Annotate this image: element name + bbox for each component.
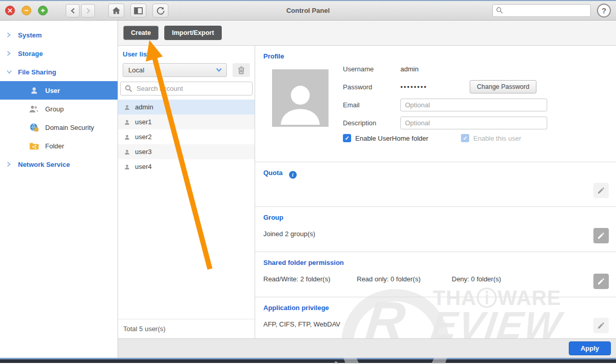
edit-quota-button[interactable] [593, 183, 609, 198]
help-icon[interactable]: ? [597, 4, 611, 17]
dropdown-selected-value: Local [128, 66, 144, 74]
enable-user-checkbox-disabled: ✓ Enable this user [461, 134, 521, 142]
avatar [272, 69, 329, 127]
description-field[interactable] [400, 117, 547, 129]
enable-user-label: Enable this user [473, 135, 521, 142]
password-label: Password [343, 83, 400, 91]
import-export-button[interactable]: Import/Export [164, 26, 222, 40]
chevron-right-icon [7, 51, 18, 56]
close-window-button[interactable] [5, 6, 15, 15]
header-right-group: ? [492, 4, 611, 17]
sidebar-item-group[interactable]: Group [0, 100, 118, 118]
email-label: Email [343, 101, 400, 109]
group-joined-text: Joined 2 group(s) [263, 230, 608, 238]
sidebar-item-network-service[interactable]: Network Service [0, 155, 118, 174]
group-section-title: Group [263, 214, 608, 221]
change-password-button[interactable]: Change Password [470, 80, 536, 93]
profile-body: Username admin Password •••••••• Change … [263, 61, 608, 142]
quota-section-title: Quota [263, 169, 283, 177]
minimize-window-button[interactable] [22, 6, 31, 15]
application-privilege-title: Application privilege [263, 304, 608, 312]
sidebar-item-storage[interactable]: Storage [0, 44, 118, 63]
email-field[interactable] [400, 99, 547, 111]
bottom-action-bar: Apply [118, 338, 616, 358]
deny-count: Deny: 0 folder(s) [452, 275, 501, 283]
zoom-window-button[interactable] [38, 6, 48, 15]
window-tools-group [108, 4, 168, 17]
description-label: Description [343, 119, 400, 127]
user-list-panel: User list Local [118, 46, 255, 338]
user-name: user4 [135, 163, 152, 170]
username-label: Username [343, 65, 400, 73]
sidebar-item-system[interactable]: System [0, 26, 118, 44]
account-search [120, 82, 253, 95]
description-row: Description [343, 116, 608, 129]
account-type-dropdown[interactable]: Local [123, 63, 227, 77]
shared-folder-section-title: Shared folder permission [263, 259, 608, 266]
window-bottom-edge [0, 358, 616, 363]
history-nav-group [66, 4, 95, 17]
domain-security-icon [28, 122, 40, 132]
shared-folder-section: Shared folder permission Read/Write: 2 f… [255, 252, 616, 297]
user-icon [124, 104, 130, 111]
forward-button[interactable] [81, 4, 95, 17]
user-rows: admin user1 user2 user3 [118, 100, 255, 319]
read-only-count: Read only: 0 folder(s) [357, 275, 452, 283]
back-button[interactable] [66, 4, 80, 17]
edit-shared-folder-button[interactable] [593, 274, 609, 289]
action-toolbar: Create Import/Export [118, 21, 616, 45]
shared-folder-stats: Read/Write: 2 folder(s) Read only: 0 fol… [263, 275, 608, 283]
profile-fields: Username admin Password •••••••• Change … [343, 61, 608, 142]
sidebar-item-domain-security[interactable]: Domain Security [0, 118, 118, 137]
sidebar-item-folder[interactable]: Folder [0, 137, 118, 155]
checkbox-checked-disabled-icon: ✓ [461, 134, 469, 142]
read-write-count: Read/Write: 2 folder(s) [263, 275, 357, 283]
sidebar-item-label: Network Service [18, 161, 70, 168]
refresh-icon[interactable] [152, 4, 168, 17]
edit-group-button[interactable] [593, 228, 609, 243]
create-button[interactable]: Create [123, 26, 159, 40]
sidebar-item-user[interactable]: User [0, 81, 118, 100]
list-item-user3[interactable]: user3 [118, 144, 255, 159]
sidebar-item-file-sharing[interactable]: File Sharing [0, 63, 118, 81]
delete-user-button[interactable] [233, 63, 250, 77]
sidebar-item-label: Domain Security [45, 124, 94, 131]
apply-button[interactable]: Apply [569, 341, 611, 355]
list-item-user2[interactable]: user2 [118, 129, 255, 144]
profile-panel: Profile Username admin [255, 46, 616, 338]
user-icon [124, 148, 130, 156]
list-item-user4[interactable]: user4 [118, 159, 255, 174]
user-name: admin [135, 103, 153, 111]
list-item-admin[interactable]: admin [118, 100, 255, 114]
main-area: System Storage File Sharing User Group D… [0, 21, 616, 358]
chevron-down-icon [216, 68, 222, 72]
info-icon[interactable]: i [289, 171, 297, 179]
trash-icon [238, 66, 245, 74]
edit-application-privilege-button[interactable] [593, 318, 609, 333]
username-row: Username admin [343, 62, 608, 75]
chevron-right-icon [7, 32, 18, 37]
list-item-user1[interactable]: user1 [118, 114, 255, 129]
checkbox-checked-icon: ✓ [343, 134, 351, 142]
sidebar-item-label: Storage [18, 50, 43, 58]
user-icon [124, 133, 130, 141]
global-search-input[interactable] [492, 4, 591, 17]
search-icon [125, 85, 132, 92]
enable-userhome-checkbox[interactable]: ✓ Enable UserHome folder [343, 134, 461, 142]
global-search [492, 4, 591, 17]
user-name: user1 [135, 118, 152, 126]
group-icon [28, 104, 40, 114]
user-list-title: User list [118, 50, 255, 63]
chevron-right-icon [7, 162, 18, 167]
sidebar: System Storage File Sharing User Group D… [0, 21, 118, 358]
home-icon[interactable] [108, 4, 124, 17]
pencil-icon [597, 321, 605, 330]
account-search-input[interactable] [120, 82, 253, 95]
sidebar-toggle-icon[interactable] [130, 4, 146, 17]
user-icon [124, 163, 130, 170]
title-bar: Control Panel ? [0, 0, 616, 21]
control-panel-window: Control Panel ? System Storage File Shar… [0, 0, 616, 364]
sidebar-item-label: System [18, 31, 42, 39]
user-name: user2 [135, 133, 152, 141]
profile-section-title: Profile [263, 52, 608, 60]
